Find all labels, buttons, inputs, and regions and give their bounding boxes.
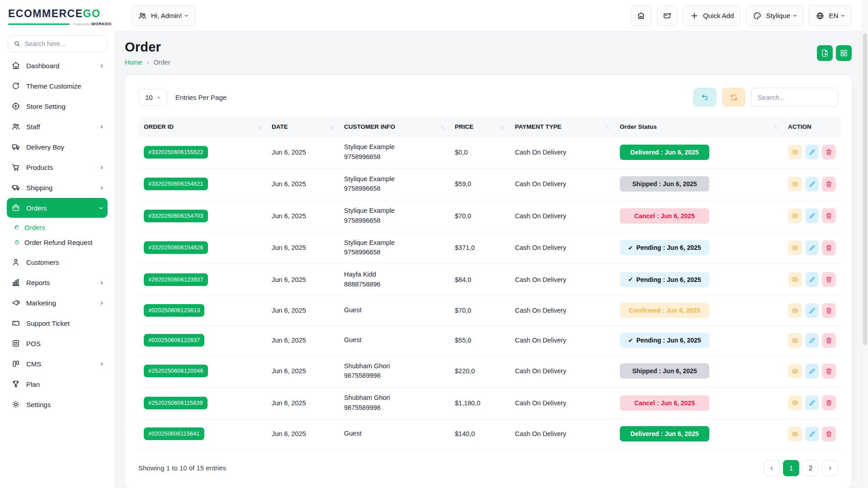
delete-order-button[interactable] <box>822 272 836 287</box>
delete-order-button[interactable] <box>822 333 836 348</box>
sidebar-item-orders[interactable]: Orders › <box>7 198 108 218</box>
table-search-input[interactable] <box>751 88 838 107</box>
pagination-next-button[interactable]: › <box>822 460 838 476</box>
sort-icon[interactable]: ↑↓ <box>258 124 261 130</box>
messages-button[interactable] <box>657 5 678 26</box>
sidebar-item-store-setting[interactable]: Store Setting <box>7 96 108 116</box>
status-badge[interactable]: Confirmed : Jun 6, 2025 <box>620 303 709 318</box>
quick-add-button[interactable]: Quick Add <box>683 5 741 26</box>
sidebar-item-marketing[interactable]: Marketing › <box>7 293 108 313</box>
sidebar-search[interactable] <box>8 35 107 52</box>
pagination-prev-button[interactable]: ‹ <box>764 460 780 476</box>
sidebar-item-products[interactable]: Products › <box>7 157 108 177</box>
column-header-order-id[interactable]: ORDER ID↑↓ <box>138 117 266 136</box>
order-id-badge[interactable]: #2520250606115839 <box>144 397 208 409</box>
scrollbar-thumb[interactable] <box>863 33 867 345</box>
sort-icon[interactable]: ↑↓ <box>441 124 444 130</box>
sort-icon[interactable]: ↑↓ <box>330 124 333 130</box>
order-id-badge[interactable]: #020250606123613 <box>144 304 204 317</box>
status-badge[interactable]: Shipped : Jun 6, 2025 <box>620 363 709 379</box>
store-switcher-button[interactable]: Stylique › <box>746 5 803 26</box>
delete-order-button[interactable] <box>822 145 836 160</box>
order-id-badge[interactable]: #3320250606154703 <box>144 210 208 222</box>
edit-order-button[interactable] <box>805 303 819 318</box>
column-header-price[interactable]: PRICE↑↓ <box>449 117 509 136</box>
delete-order-button[interactable] <box>822 240 836 255</box>
page-scrollbar[interactable] <box>862 0 868 488</box>
grid-view-button[interactable] <box>836 45 852 61</box>
sidebar-item-dashboard[interactable]: Dashboard › <box>7 56 108 75</box>
delete-order-button[interactable] <box>822 208 836 223</box>
sidebar-item-theme-customize[interactable]: Theme Customize <box>7 76 108 96</box>
edit-order-button[interactable] <box>805 395 819 410</box>
status-badge[interactable]: Cancel : Jun 6, 2025 <box>620 208 709 224</box>
storefront-button[interactable] <box>631 5 651 26</box>
sidebar-item-delivery-boy[interactable]: Delivery Boy <box>7 137 108 157</box>
delete-order-button[interactable] <box>822 395 836 410</box>
entries-per-page-select[interactable]: 10 › <box>138 89 167 106</box>
order-id-badge[interactable]: #020250606122637 <box>144 334 204 347</box>
order-id-badge[interactable]: #3320250606154821 <box>144 178 208 190</box>
sort-icon[interactable]: ↑↓ <box>606 124 609 130</box>
order-id-badge[interactable]: #3320250606155522 <box>144 146 208 159</box>
view-order-button[interactable] <box>788 333 802 348</box>
sort-icon[interactable]: ↑↓ <box>501 124 504 130</box>
export-button[interactable] <box>817 45 833 61</box>
delete-order-button[interactable] <box>822 303 836 318</box>
pagination-page-1[interactable]: 1 <box>783 460 799 476</box>
edit-order-button[interactable] <box>805 333 819 348</box>
sidebar-item-reports[interactable]: Reports › <box>7 272 108 292</box>
sort-icon[interactable]: ↑↓ <box>774 124 777 130</box>
status-badge[interactable]: Delivered : Jun 6, 2025 <box>620 145 709 160</box>
delete-order-button[interactable] <box>822 177 836 192</box>
sidebar-item-customers[interactable]: Customers <box>7 252 108 272</box>
sidebar-item-support-ticket[interactable]: Support Ticket <box>7 313 108 333</box>
language-button[interactable]: EN › <box>809 5 852 26</box>
edit-order-button[interactable] <box>805 208 819 223</box>
view-order-button[interactable] <box>788 427 802 441</box>
sidebar-search-input[interactable] <box>24 40 101 47</box>
view-order-button[interactable] <box>788 364 802 379</box>
view-order-button[interactable] <box>788 208 802 223</box>
delete-order-button[interactable] <box>822 427 836 441</box>
view-order-button[interactable] <box>788 303 802 318</box>
view-order-button[interactable] <box>788 272 802 287</box>
view-order-button[interactable] <box>788 395 802 410</box>
edit-order-button[interactable] <box>805 427 819 441</box>
edit-order-button[interactable] <box>805 145 819 160</box>
view-order-button[interactable] <box>788 177 802 192</box>
column-header-order-status[interactable]: Order Status↑↓ <box>614 117 783 136</box>
edit-order-button[interactable] <box>805 364 819 379</box>
order-id-badge[interactable]: #2920250606123937 <box>144 273 208 286</box>
sidebar-item-settings[interactable]: Settings <box>7 394 108 414</box>
refresh-button[interactable] <box>722 88 745 107</box>
sidebar-item-pos[interactable]: POS <box>7 333 108 353</box>
view-order-button[interactable] <box>788 240 802 255</box>
status-badge[interactable]: Delivered : Jun 6, 2025 <box>620 426 709 441</box>
delete-order-button[interactable] <box>822 364 836 379</box>
order-id-badge[interactable]: #020250606115641 <box>144 427 204 440</box>
submenu-item-order-refund-request[interactable]: Order Refund Request <box>12 235 108 250</box>
status-badge[interactable]: ✔Pending : Jun 6, 2025 <box>620 333 709 348</box>
column-header-payment-type[interactable]: PAYMENT TYPE↑↓ <box>509 117 614 136</box>
column-header-customer-info[interactable]: CUSTOMER INFO↑↓ <box>339 117 449 136</box>
edit-order-button[interactable] <box>805 240 819 255</box>
order-id-badge[interactable]: #3320250606154626 <box>144 241 208 254</box>
column-header-date[interactable]: DATE↑↓ <box>266 117 339 136</box>
order-id-badge[interactable]: #2520250606120046 <box>144 365 208 377</box>
status-badge[interactable]: Shipped : Jun 6, 2025 <box>620 176 709 192</box>
edit-order-button[interactable] <box>805 272 819 287</box>
pagination-page-2[interactable]: 2 <box>802 460 819 476</box>
edit-order-button[interactable] <box>805 177 819 192</box>
status-badge[interactable]: ✔Pending : Jun 6, 2025 <box>620 272 709 287</box>
sidebar-item-shipping[interactable]: Shipping › <box>7 178 108 197</box>
submenu-item-orders[interactable]: Orders <box>12 220 108 235</box>
breadcrumb-home-link[interactable]: Home <box>125 59 142 66</box>
profile-menu-button[interactable]: Hi, Admin! › <box>131 5 195 26</box>
sidebar-item-staff[interactable]: Staff › <box>7 117 108 136</box>
status-badge[interactable]: ✔Pending : Jun 6, 2025 <box>620 240 709 255</box>
undo-filter-button[interactable] <box>693 88 717 107</box>
view-order-button[interactable] <box>788 145 802 160</box>
sidebar-item-cms[interactable]: CMS › <box>7 354 108 374</box>
status-badge[interactable]: Cancel : Jun 6, 2025 <box>620 395 709 411</box>
